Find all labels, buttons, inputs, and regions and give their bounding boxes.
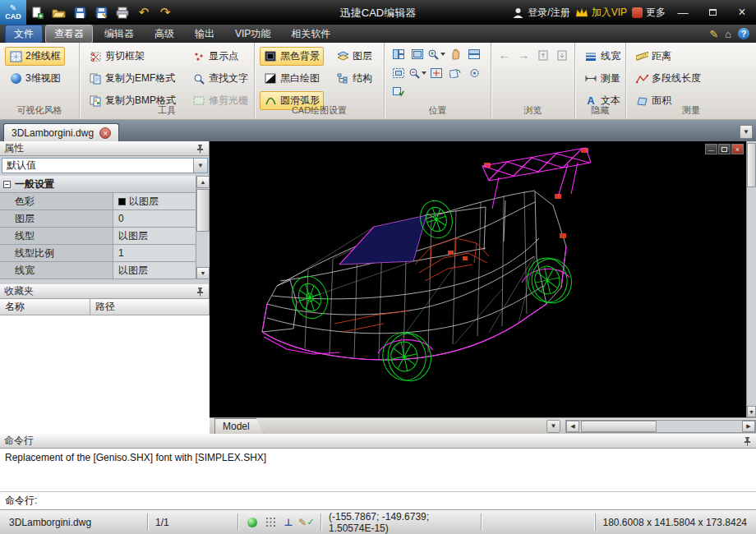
polyline-length-button[interactable]: 多段线长度: [631, 69, 705, 88]
viewport-frame-button[interactable]: [390, 65, 408, 81]
favorites-pin-button[interactable]: [196, 287, 205, 297]
viewport-horizontal-scrollbar[interactable]: ◀ ▶: [565, 420, 756, 433]
viewport-close-button[interactable]: ×: [731, 144, 744, 154]
rotate-view-button[interactable]: [446, 65, 464, 81]
copy-emf-button[interactable]: 复制为EMF格式: [85, 69, 180, 88]
black-background-button[interactable]: 黑色背景: [260, 47, 324, 66]
redo-button[interactable]: ↷: [154, 2, 176, 22]
preset-dropdown-icon[interactable]: ▼: [193, 159, 207, 173]
favorites-col-name[interactable]: 名称: [0, 299, 90, 315]
clip-frame-button[interactable]: 剪切框架: [85, 47, 180, 66]
scroll-down-button[interactable]: ▼: [747, 406, 756, 417]
browse-page-up-button[interactable]: [535, 47, 551, 63]
print-button[interactable]: [112, 2, 133, 22]
ribbon-group-visual-style: 2维线框 3维视图 可视化风格: [0, 43, 80, 119]
app-logo-icon[interactable]: ✎CAD: [0, 0, 26, 25]
minimize-button[interactable]: —: [671, 2, 695, 22]
new-file-icon: [30, 6, 44, 19]
undo-button[interactable]: ↶: [133, 2, 154, 22]
browse-page-down-button[interactable]: [555, 47, 571, 63]
favorites-col-path[interactable]: 路径: [90, 299, 210, 315]
viewport-minimize-button[interactable]: —: [705, 144, 717, 154]
tab-file[interactable]: 文件: [5, 25, 43, 44]
property-row-linetype-scale[interactable]: 线型比例 1: [0, 245, 196, 262]
status-toggle-icons: ⊥ ✎✓: [238, 513, 321, 531]
3d-view-button[interactable]: 3维视图: [5, 69, 65, 88]
viewport-single-button[interactable]: [408, 46, 426, 62]
view-confirm-button[interactable]: [390, 84, 408, 100]
model-tab[interactable]: Model: [214, 418, 264, 434]
distance-button[interactable]: 距离: [631, 47, 705, 66]
chevron-down-icon: ▼: [551, 422, 557, 430]
property-section-row[interactable]: − 一般设置: [0, 176, 196, 193]
edit-mode-icon[interactable]: ✎✓: [300, 516, 313, 529]
property-row-lineweight[interactable]: 线宽 以图层: [0, 262, 196, 279]
property-row-layer[interactable]: 图层 0: [0, 210, 196, 228]
join-vip-button[interactable]: 加入VIP: [575, 6, 627, 20]
save-as-button[interactable]: [90, 2, 112, 22]
annotate-pencil-icon[interactable]: ✎: [709, 28, 718, 40]
grid-snap-icon[interactable]: [264, 516, 277, 529]
command-pin-button[interactable]: [743, 436, 752, 446]
scroll-up-button[interactable]: ▲: [196, 176, 210, 188]
render-mode-icon[interactable]: [246, 516, 259, 529]
collapse-icon[interactable]: −: [3, 181, 11, 188]
tab-related-software[interactable]: 相关软件: [282, 25, 339, 44]
linewidth-toggle-button[interactable]: 线宽: [580, 47, 625, 66]
save-button[interactable]: [69, 2, 90, 22]
property-row-color[interactable]: 色彩 以图层: [0, 193, 196, 210]
close-button[interactable]: ×: [730, 2, 754, 22]
tab-vip-features[interactable]: VIP功能: [226, 25, 279, 44]
zoom-extents-button[interactable]: [427, 65, 445, 81]
measure-toggle-button[interactable]: 测量: [580, 69, 625, 88]
login-button[interactable]: 登录/注册: [512, 6, 569, 20]
document-tab[interactable]: 3DLamborgini.dwg ×: [3, 123, 119, 141]
open-file-button[interactable]: [48, 2, 69, 22]
layers-button[interactable]: 图层: [332, 47, 376, 66]
viewport-hsplit-button[interactable]: [465, 46, 483, 62]
zoom-out-button[interactable]: [408, 65, 426, 81]
scrollbar-thumb[interactable]: [747, 143, 756, 187]
new-file-button[interactable]: [26, 2, 48, 22]
browse-back-button[interactable]: ←: [496, 47, 513, 63]
property-preset-dropdown[interactable]: 默认值 ▼: [2, 158, 208, 173]
group-title-tools: 工具: [80, 104, 254, 117]
tab-close-icon[interactable]: ×: [99, 127, 111, 139]
tab-output[interactable]: 输出: [186, 25, 224, 44]
3d-view-icon: [9, 72, 22, 85]
more-button[interactable]: 更多: [632, 6, 666, 20]
2d-wireframe-button[interactable]: 2维线框: [5, 47, 65, 66]
scroll-right-button[interactable]: ▶: [742, 421, 755, 432]
bw-drawing-button[interactable]: 黑白绘图: [260, 69, 324, 88]
tab-viewer[interactable]: 查看器: [45, 25, 93, 44]
viewport-restore-button[interactable]: [718, 144, 731, 154]
show-points-button[interactable]: 显示点: [188, 47, 252, 66]
viewport-vertical-scrollbar[interactable]: ▼: [746, 141, 756, 417]
browse-forward-button[interactable]: →: [516, 47, 532, 63]
tab-advanced[interactable]: 高级: [145, 25, 183, 44]
maximize-button[interactable]: [700, 2, 725, 22]
home-icon[interactable]: ⌂: [725, 28, 731, 40]
favorites-list[interactable]: [0, 315, 210, 434]
zoom-in-button[interactable]: [427, 46, 445, 62]
model-canvas[interactable]: — ×: [210, 141, 746, 417]
tab-editor[interactable]: 编辑器: [95, 25, 143, 44]
tab-scroll-button[interactable]: ▼: [740, 125, 753, 139]
ortho-mode-icon[interactable]: ⊥: [282, 516, 295, 529]
scrollbar-thumb[interactable]: [581, 421, 657, 432]
scrollbar-thumb[interactable]: [196, 189, 210, 232]
command-input-row[interactable]: 命令行:: [0, 492, 756, 510]
help-icon[interactable]: ?: [738, 28, 749, 39]
properties-pin-button[interactable]: [196, 144, 205, 154]
layout-dropdown-button[interactable]: ▼: [546, 420, 560, 433]
pan-button[interactable]: [446, 46, 464, 62]
property-row-linetype[interactable]: 线型 以图层: [0, 228, 196, 245]
property-grid-scrollbar[interactable]: ▲ ▼: [196, 176, 210, 279]
scroll-left-button[interactable]: ◀: [566, 421, 579, 432]
structure-button[interactable]: 结构: [332, 69, 376, 88]
viewport-split-button[interactable]: [390, 46, 408, 62]
scroll-down-button[interactable]: ▼: [196, 267, 210, 279]
copy-emf-icon: [89, 72, 102, 85]
find-text-button[interactable]: 查找文字: [188, 69, 252, 88]
view-target-button[interactable]: [465, 65, 483, 81]
